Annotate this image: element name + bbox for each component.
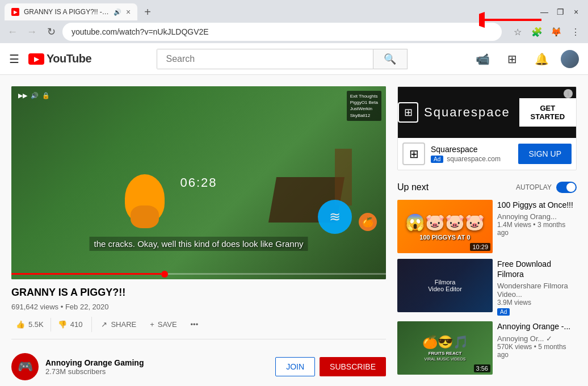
video-info: GRANNY IS A PIGGY?!! 691,642 views • Feb… — [11, 279, 386, 346]
search-button[interactable]: 🔍 — [373, 49, 408, 69]
progress-fill — [11, 273, 161, 275]
bookmark-icon[interactable]: ☆ — [510, 24, 526, 40]
view-count: 691,642 views — [11, 303, 58, 311]
header-actions: 📹 ⊞ 🔔 — [472, 49, 579, 69]
tab-close-button[interactable]: × — [126, 7, 131, 16]
search-input[interactable] — [157, 49, 373, 69]
main-content: 🍊 06:28 the cracks. Okay, well this kind… — [0, 75, 588, 386]
toggle-knob — [566, 183, 576, 192]
sidebar-channel-3: Annoying Or... ✓ — [497, 334, 577, 343]
ad-banner: ℹ ⊞ Squarespace GET STARTED ⊞ Squarespac… — [397, 86, 577, 170]
divider — [51, 318, 51, 332]
channel-avatar[interactable]: 🎮 — [11, 353, 39, 380]
video-title: GRANNY IS A PIGGY?!! — [11, 286, 386, 299]
squarespace-logo: ⊞ Squarespace — [398, 102, 510, 123]
video-top-icons: ▶▶ 🔊 🔒 — [18, 92, 50, 99]
share-button[interactable]: ↗ SHARE — [96, 317, 141, 332]
channel-row: 🎮 Annoying Orange Gaming 2.73M subscribe… — [11, 346, 386, 386]
sidebar-thumb-2: FilmoraVideo Editor — [397, 259, 493, 312]
close-button[interactable]: × — [569, 6, 583, 18]
sidebar-duration-1: 10:29 — [470, 243, 490, 251]
ad-badge: Ad — [431, 156, 443, 163]
maximize-button[interactable]: ❐ — [553, 6, 568, 18]
like-button[interactable]: 👍 5.5K — [11, 317, 48, 332]
get-started-button[interactable]: GET STARTED — [519, 98, 576, 127]
sidebar-video-1[interactable]: 😱🐷🐷🐷 100 PIGGYS AT 0 10:29 100 Piggys at… — [397, 200, 577, 253]
address-bar-row: ← → ↻ ☆ 🧩 🦊 ⋮ — [0, 20, 588, 43]
squarespace-name: Squarespace — [424, 105, 510, 120]
like-count: 5.5K — [28, 320, 44, 329]
video-player[interactable]: 🍊 06:28 the cracks. Okay, well this kind… — [11, 86, 386, 279]
thumbs-group: 👍 5.5K 👎 410 — [11, 317, 92, 332]
back-button[interactable]: ← — [5, 24, 20, 40]
sidebar-info-1: 100 Piggys at Once!!! Annoying Orang... … — [497, 200, 577, 253]
dislike-button[interactable]: 👎 410 — [53, 317, 87, 332]
address-input[interactable] — [62, 23, 502, 41]
up-next-section: Up next AUTOPLAY 😱🐷🐷🐷 100 PIGGYS AT 0 10… — [397, 177, 577, 375]
save-button[interactable]: + SAVE — [145, 317, 181, 332]
ad-details: ⊞ Squarespace Ad squarespace.com SIGN UP — [398, 138, 576, 170]
minimize-button[interactable]: — — [537, 6, 552, 18]
ad-title: Squarespace — [431, 145, 513, 154]
channel-name[interactable]: Annoying Orange Gaming — [45, 358, 268, 367]
progress-track — [11, 273, 386, 275]
forward-button[interactable]: → — [24, 24, 40, 40]
ad-channel-icon: ⊞ — [402, 142, 425, 165]
video-progress-bar[interactable] — [11, 273, 386, 275]
youtube-header: ☰ YouTube 🔍 📹 ⊞ 🔔 — [0, 43, 588, 75]
ad-text: Squarespace Ad squarespace.com — [431, 145, 513, 163]
thumbs-down-icon: 👎 — [58, 320, 67, 329]
search-section: 🔍 — [110, 49, 454, 69]
video-actions: 👍 5.5K 👎 410 ↗ SHARE + SAVE — [11, 317, 386, 339]
profile-icon[interactable]: 🦊 — [548, 24, 564, 40]
address-bar-container — [62, 23, 502, 41]
video-card-overlay: Exit ThoughtsPiggyO1 BetaJustWerkinSkyBa… — [347, 91, 381, 121]
apps-icon[interactable]: ⊞ — [502, 49, 522, 69]
autoplay-section: AUTOPLAY — [516, 182, 577, 193]
new-tab-button[interactable]: + — [141, 5, 154, 19]
sidebar-video-3[interactable]: 🍊😎🎵 FRUITS REACT VIRAL MUSIC VIDEOS 3:56… — [397, 321, 577, 375]
character-body — [131, 205, 159, 228]
reload-button[interactable]: ↻ — [43, 24, 59, 40]
window-controls: — ❐ × — [537, 6, 588, 18]
sidebar-channel-1: Annoying Orang... — [497, 212, 577, 221]
youtube-logo[interactable]: YouTube — [28, 52, 91, 65]
autoplay-toggle[interactable] — [556, 182, 577, 193]
sidebar-channel-2: Wondershare Filmora Video... — [497, 282, 577, 299]
autoplay-label: AUTOPLAY — [516, 183, 552, 191]
sidebar-meta-3: 570K views • 5 months ago — [497, 343, 577, 359]
meta-separator: • — [61, 303, 65, 311]
join-button[interactable]: JOIN — [275, 357, 315, 376]
sidebar-thumb-1: 😱🐷🐷🐷 100 PIGGYS AT 0 10:29 — [397, 200, 493, 253]
subscribe-button[interactable]: SUBSCRIBE — [320, 357, 386, 376]
channel-actions: JOIN SUBSCRIBE — [275, 357, 386, 376]
search-box — [157, 49, 373, 69]
user-avatar[interactable] — [561, 50, 579, 68]
ad-url: squarespace.com — [447, 155, 501, 163]
channel-subscribers: 2.73M subscribers — [45, 367, 268, 376]
ad-info-icon[interactable]: ℹ — [564, 89, 573, 98]
tab-audio-icon: 🔊 — [114, 9, 121, 16]
notifications-icon[interactable]: 🔔 — [531, 49, 552, 69]
youtube-logo-text: YouTube — [47, 52, 91, 65]
address-bar-icons: ☆ 🧩 🦊 ⋮ — [510, 24, 583, 40]
sidebar-info-3: Annoying Orange -... Annoying Or... ✓ 57… — [497, 321, 577, 375]
active-tab[interactable]: ▶ GRANNY IS A PIGGY?!! - You 🔊 × — [5, 3, 137, 20]
channel-info: Annoying Orange Gaming 2.73M subscribers — [45, 358, 268, 376]
video-overlay-logo — [318, 200, 352, 234]
up-next-header: Up next AUTOPLAY — [397, 182, 577, 193]
sidebar-video-2[interactable]: FilmoraVideo Editor Free Download Filmor… — [397, 259, 577, 316]
extensions-icon[interactable]: 🧩 — [529, 24, 545, 40]
share-label: SHARE — [111, 320, 136, 329]
hamburger-menu-icon[interactable]: ☰ — [9, 52, 19, 66]
progress-dot — [161, 271, 168, 278]
dislike-count: 410 — [70, 320, 83, 329]
more-button[interactable]: ••• — [186, 317, 203, 332]
sign-up-button[interactable]: SIGN UP — [518, 144, 572, 164]
video-subtitle: the cracks. Okay, well this kind of does… — [89, 237, 308, 251]
up-next-label: Up next — [397, 182, 429, 192]
menu-icon[interactable]: ⋮ — [568, 24, 583, 40]
upload-icon[interactable]: 📹 — [472, 49, 493, 69]
video-corner-icon: 🍊 — [359, 213, 377, 231]
sidebar-meta-2: 3.9M views — [497, 299, 577, 307]
